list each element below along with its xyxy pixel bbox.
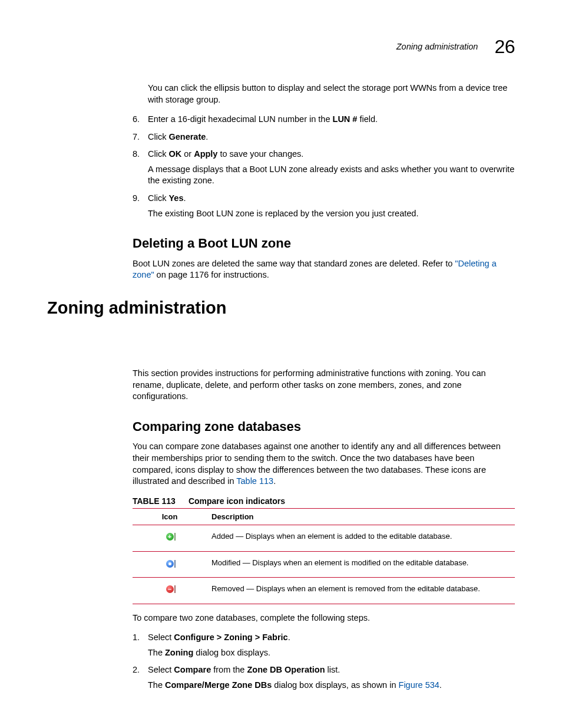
chapter-number: 26: [494, 34, 515, 60]
step-text: Enter a 16-digit hexadecimal LUN number …: [148, 114, 378, 124]
body-column: You can click the ellipsis button to dis…: [133, 83, 515, 281]
col-header-description: Description: [207, 508, 515, 525]
heading-deleting-boot-lun-zone: Deleting a Boot LUN zone: [133, 235, 515, 252]
step-number: 1.: [133, 632, 140, 644]
table-row: Modified — Displays when an element is m…: [133, 551, 515, 578]
step-number: 8.: [133, 149, 140, 160]
step-text: Click OK or Apply to save your changes.: [148, 149, 303, 159]
heading-zoning-administration: Zoning administration: [47, 297, 515, 319]
step-8: 8. Click OK or Apply to save your change…: [133, 149, 515, 187]
step-text: Click Yes.: [148, 193, 186, 203]
cell-desc: Modified — Displays when an element is m…: [207, 551, 515, 578]
col-header-icon: Icon: [133, 508, 207, 525]
step-text: Select Configure > Zoning > Fabric.: [148, 633, 290, 642]
compare-steps-intro: To compare two zone databases, complete …: [133, 612, 515, 624]
heading-comparing-zone-databases: Comparing zone databases: [133, 418, 515, 436]
step-7: 7. Click Generate.: [133, 131, 515, 143]
link-table-113[interactable]: Table 113: [236, 476, 273, 486]
table-113-caption: TABLE 113Compare icon indicators: [133, 496, 515, 507]
table-title: Compare icon indicators: [189, 496, 285, 506]
admin-paragraph: This section provides instructions for p…: [133, 368, 515, 403]
step-1: 1. Select Configure > Zoning > Fabric. T…: [133, 632, 515, 658]
compare-steps: 1. Select Configure > Zoning > Fabric. T…: [133, 632, 515, 691]
table-compare-icon-indicators: Icon Description Added — Displays when a…: [133, 508, 515, 604]
cell-desc: Removed — Displays when an element is re…: [207, 578, 515, 604]
step-9-sub: The existing Boot LUN zone is replaced b…: [148, 208, 515, 220]
step-6: 6. Enter a 16-digit hexadecimal LUN numb…: [133, 114, 515, 126]
cell-icon: [133, 578, 207, 604]
cell-desc: Added — Displays when an element is adde…: [207, 525, 515, 552]
running-header-label: Zoning administration: [396, 41, 478, 53]
modified-icon: [166, 560, 174, 568]
link-figure-534[interactable]: Figure 534: [399, 680, 439, 690]
cell-icon: [133, 551, 207, 578]
added-icon: [166, 533, 174, 541]
step-text: Click Generate.: [148, 132, 208, 141]
page: Zoning administration 26 You can click t…: [0, 0, 562, 728]
body-column-2: This section provides instructions for p…: [133, 368, 515, 691]
deleting-paragraph: Boot LUN zones are deleted the same way …: [133, 258, 515, 281]
table-header-row: Icon Description: [133, 508, 515, 525]
step-text: Select Compare from the Zone DB Operatio…: [148, 665, 340, 674]
step-1-sub: The Zoning dialog box displays.: [148, 647, 515, 659]
removed-icon: [166, 585, 174, 593]
step-number: 6.: [133, 114, 140, 126]
intro-paragraph: You can click the ellipsis button to dis…: [148, 83, 515, 106]
step-2: 2. Select Compare from the Zone DB Opera…: [133, 664, 515, 691]
cell-icon: [133, 525, 207, 552]
compare-paragraph: You can compare zone databases against o…: [133, 441, 515, 487]
procedure-steps: 6. Enter a 16-digit hexadecimal LUN numb…: [133, 114, 515, 219]
step-number: 2.: [133, 664, 140, 676]
table-row: Removed — Displays when an element is re…: [133, 578, 515, 604]
table-row: Added — Displays when an element is adde…: [133, 525, 515, 552]
step-number: 7.: [133, 131, 140, 143]
running-header: Zoning administration 26: [396, 34, 515, 60]
step-number: 9.: [133, 193, 140, 205]
step-2-sub: The Compare/Merge Zone DBs dialog box di…: [148, 680, 515, 691]
step-9: 9. Click Yes. The existing Boot LUN zone…: [133, 193, 515, 219]
table-number: TABLE 113: [133, 496, 176, 506]
step-8-sub: A message displays that a Boot LUN zone …: [148, 164, 515, 187]
